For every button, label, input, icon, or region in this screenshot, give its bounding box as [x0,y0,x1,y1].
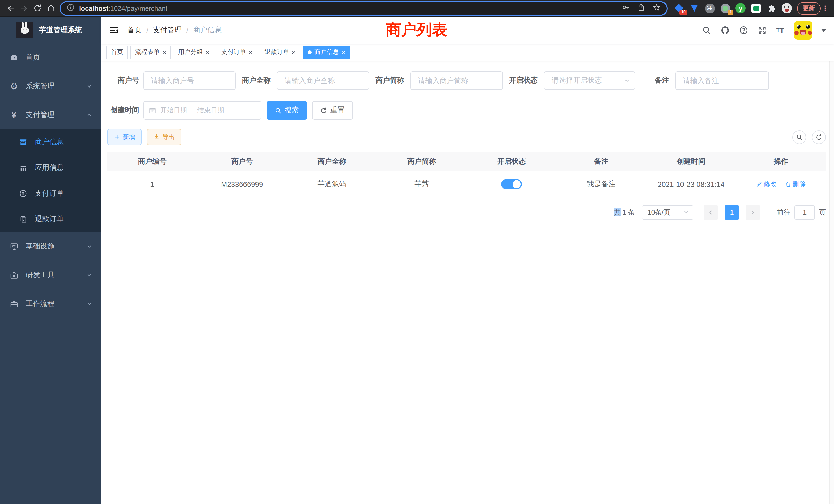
recorder-extension-icon[interactable]: 1 [720,3,730,13]
sidebar-item-workflow[interactable]: 工作流程 [0,290,101,318]
pagination-total-text: 1 条 [622,208,635,216]
next-page-button[interactable] [746,205,760,220]
browser-update-button[interactable]: 更新 [797,2,821,15]
site-info-icon[interactable] [67,3,74,13]
prev-page-button[interactable] [704,205,718,220]
sidebar-item-dev-tools[interactable]: 研发工具 [0,261,101,290]
close-icon[interactable] [205,50,210,54]
status-select[interactable]: 请选择开启状态 [544,71,635,90]
export-button[interactable]: 导出 [147,129,181,145]
profile-avatar-icon[interactable] [782,3,792,13]
table-header-row: 商户编号 商户号 商户全称 商户简称 开启状态 备注 创建时间 操作 [107,153,826,171]
yen-icon: ¥ [9,110,19,120]
breadcrumb-item-home[interactable]: 首页 [127,26,142,35]
sidebar-item-label: 系统管理 [26,82,54,91]
column-full-name: 商户全称 [287,153,377,171]
jump-page-input[interactable] [794,205,815,220]
short-name-input[interactable] [410,71,503,90]
sidebar-item-merchant-info[interactable]: 商户信息 [0,129,101,155]
command-extension-icon[interactable]: ⌘ [705,3,715,13]
status-toggle[interactable] [501,179,522,189]
red-annotation-text: 商户列表 [386,20,447,41]
yuque-extension-icon[interactable]: y [736,3,746,13]
browser-toolbar: localhost:1024/pay/merchant 10 ⌘ [0,0,834,17]
app-logo[interactable]: 芋道管理系统 [0,17,101,42]
add-button[interactable]: 新增 [107,129,142,145]
diamond-extension-icon[interactable]: 10 [674,3,684,13]
sidebar-item-refund-orders[interactable]: 退款订单 [0,206,101,232]
close-icon[interactable] [292,50,296,54]
avatar-dropdown-icon[interactable] [821,29,826,32]
column-merchant-id: 商户号 [197,153,287,171]
page-content: 商户号 商户全称 商户简称 开启状态 请选择开启状态 [101,61,834,504]
browser-menu-icon[interactable]: ⋮ [821,4,830,12]
browser-forward-button[interactable] [18,2,31,15]
chat-extension-icon[interactable] [751,3,761,13]
user-avatar[interactable] [794,21,812,40]
dashboard-icon [9,53,19,62]
sidebar-item-infrastructure[interactable]: 基础设施 [0,232,101,261]
tab-merchant-info[interactable]: 商户信息 [303,45,350,59]
share-icon[interactable] [637,3,645,13]
sidebar-toggle-icon[interactable] [109,25,119,36]
tab-home[interactable]: 首页 [106,45,128,59]
password-key-icon[interactable] [622,3,630,13]
tab-user-group[interactable]: 用户分组 [174,45,214,59]
refresh-button[interactable] [812,130,826,144]
breadcrumb-item-payment[interactable]: 支付管理 [153,26,182,35]
sidebar-item-label: 退款订单 [35,214,64,224]
extensions-puzzle-icon[interactable] [766,3,776,13]
chevron-down-icon [87,82,92,90]
reset-button-label: 重置 [330,106,345,115]
browser-refresh-button[interactable] [31,2,44,15]
reset-button[interactable]: 重置 [312,101,353,120]
browser-scrollbar[interactable] [829,17,834,504]
delete-link[interactable]: 删除 [785,180,806,189]
edit-link[interactable]: 修改 [756,180,777,189]
yen-circle-icon [19,189,27,198]
page-size-select[interactable]: 10条/页 [642,205,693,220]
gem-extension-icon[interactable] [689,3,699,13]
full-name-input[interactable] [277,71,369,90]
merchant-no-input[interactable] [143,71,236,90]
search-button-label: 搜索 [285,106,299,115]
show-search-button[interactable] [792,130,806,144]
close-icon[interactable] [342,50,346,54]
address-bar[interactable]: localhost:1024/pay/merchant [61,2,666,15]
github-icon[interactable] [720,25,730,35]
chevron-down-icon [87,242,92,250]
status-label: 开启状态 [503,76,544,85]
remark-input[interactable] [675,71,769,90]
sidebar-item-label: 研发工具 [26,271,54,280]
gear-icon: ⚙ [9,82,19,91]
cell-remark: 我是备注 [556,171,646,198]
documents-icon [19,215,27,223]
main-area: 首页 / 支付管理 / 商户信息 [101,17,834,504]
tab-pay-orders[interactable]: 支付订单 [217,45,257,59]
search-icon[interactable] [702,25,711,35]
create-time-range-input[interactable]: 开始日期 - 结束日期 [143,101,261,120]
current-page-button[interactable]: 1 [725,205,739,220]
browser-back-button[interactable] [4,2,18,15]
tab-process-form[interactable]: 流程表单 [130,45,171,59]
sidebar-item-label: 商户信息 [35,138,64,147]
sidebar-item-app-info[interactable]: 应用信息 [0,155,101,181]
tab-refund-orders[interactable]: 退款订单 [260,45,301,59]
fullscreen-icon[interactable] [757,25,767,35]
bookmark-star-icon[interactable] [653,3,660,13]
search-button[interactable]: 搜索 [266,101,307,120]
sidebar-item-payment[interactable]: ¥ 支付管理 [0,100,101,129]
payment-submenu: 商户信息 应用信息 支付订单 [0,129,101,232]
close-icon[interactable] [248,50,253,54]
help-icon[interactable] [739,25,748,35]
close-icon[interactable] [162,50,167,54]
breadcrumb: 首页 / 支付管理 / 商户信息 [127,26,222,35]
font-size-icon[interactable]: TT [775,25,785,35]
extension-badge: 1 [728,10,733,16]
sidebar-item-system[interactable]: ⚙ 系统管理 [0,72,101,100]
sidebar-item-home[interactable]: 首页 [0,43,101,72]
sidebar-item-pay-orders[interactable]: 支付订单 [0,181,101,206]
browser-home-button[interactable] [44,2,58,15]
column-remark: 备注 [556,153,646,171]
filter-form-row-1: 商户号 商户全称 商户简称 开启状态 请选择开启状态 [107,71,826,90]
